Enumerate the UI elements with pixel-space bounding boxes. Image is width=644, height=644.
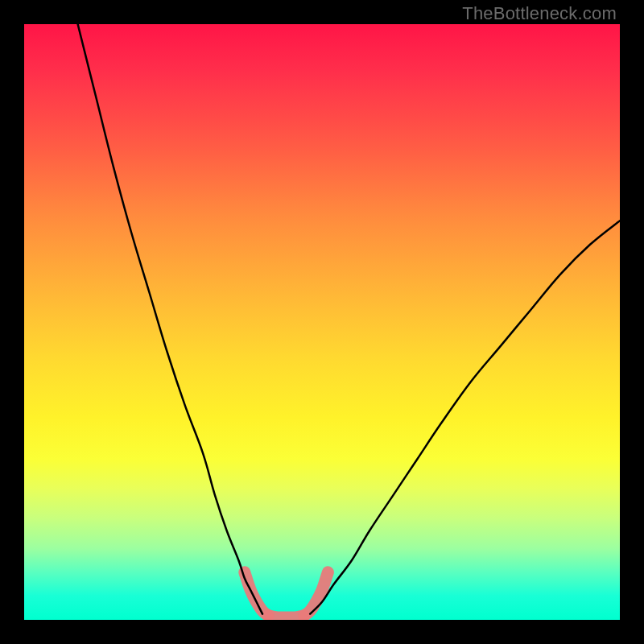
chart-frame: TheBottleneck.com [0, 0, 644, 644]
plot-area [24, 24, 620, 620]
watermark-text: TheBottleneck.com [462, 3, 617, 24]
background-gradient [24, 24, 620, 620]
